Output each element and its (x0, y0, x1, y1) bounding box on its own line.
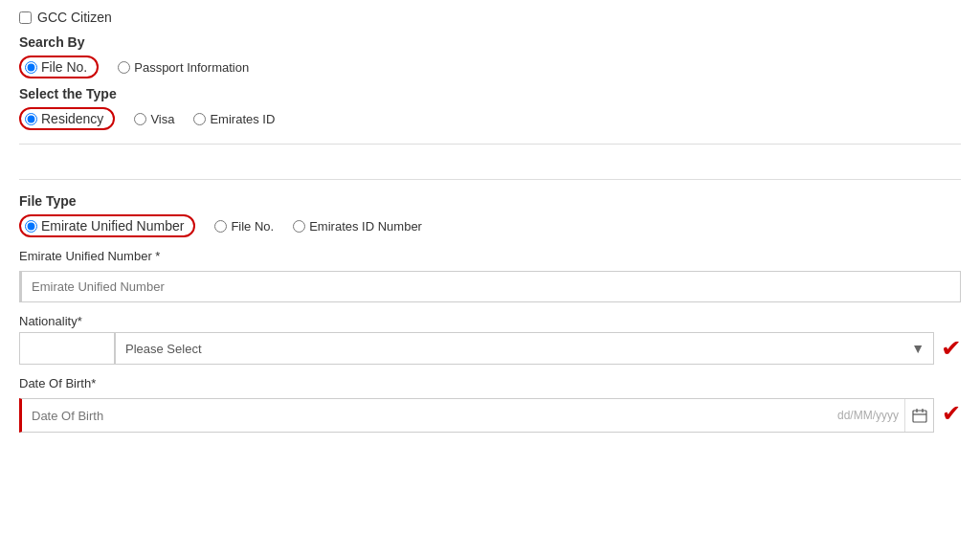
emirates-id-number-label[interactable]: Emirates ID Number (309, 219, 422, 234)
dob-format-label: dd/MM/yyyy (837, 409, 904, 422)
nationality-checkmark-icon: ✔ (941, 335, 962, 362)
emirates-id-radio[interactable] (193, 113, 206, 125)
visa-item: Visa (134, 112, 174, 126)
file-no-radio[interactable] (25, 61, 37, 74)
passport-info-label[interactable]: Passport Information (134, 60, 249, 75)
type-radio-group: Residency Visa Emirates ID (19, 107, 961, 130)
passport-info-radio[interactable] (118, 61, 130, 74)
emirate-unified-field-label: Emirate Unified Number * (19, 249, 961, 263)
file-no-ft-item: File No. (214, 219, 274, 234)
file-no-label[interactable]: File No. (41, 59, 87, 75)
divider-bottom (19, 179, 961, 180)
emirate-unified-input[interactable] (19, 271, 961, 302)
file-type-section: File Type Emirate Unified Number File No… (19, 193, 961, 433)
residency-annotated: Residency (19, 107, 115, 130)
nationality-code-input[interactable] (19, 332, 115, 365)
emirates-id-number-radio[interactable] (293, 220, 305, 233)
nationality-field-label: Nationality* (19, 314, 961, 328)
nationality-select[interactable]: Please Select (115, 332, 934, 365)
emirate-unified-radio[interactable] (25, 220, 37, 233)
emirates-id-number-item: Emirates ID Number (293, 219, 422, 234)
spacer (19, 158, 961, 166)
svg-rect-0 (913, 411, 926, 422)
file-type-label: File Type (19, 193, 961, 209)
emirate-unified-label[interactable]: Emirate Unified Number (41, 218, 184, 234)
nationality-select-wrap: Please Select ▼ (115, 332, 934, 365)
divider-top (19, 144, 961, 145)
select-type-section: Select the Type Residency Visa Emirates … (19, 86, 961, 130)
visa-radio[interactable] (134, 113, 146, 125)
dob-row-wrapper: dd/MM/yyyy ✔ (19, 394, 961, 433)
search-by-section: Search By File No. Passport Information (19, 34, 961, 78)
dob-field-label: Date Of Birth* (19, 376, 961, 390)
passport-info-item: Passport Information (118, 60, 249, 75)
gcc-citizen-checkbox[interactable] (19, 11, 32, 24)
search-by-label: Search By (19, 34, 961, 50)
dob-input[interactable] (22, 401, 837, 431)
nationality-row: Please Select ▼ ✔ (19, 332, 961, 365)
visa-label[interactable]: Visa (150, 112, 174, 126)
calendar-icon[interactable] (904, 399, 933, 432)
residency-radio[interactable] (25, 113, 37, 125)
file-no-annotated: File No. (19, 56, 99, 78)
file-no-ft-radio[interactable] (214, 220, 227, 233)
gcc-citizen-row: GCC Citizen (19, 10, 961, 25)
dob-row: dd/MM/yyyy (19, 398, 934, 433)
page-container: GCC Citizen Search By File No. Passport … (0, 0, 980, 557)
emirates-id-label[interactable]: Emirates ID (210, 112, 275, 126)
file-type-radio-group: Emirate Unified Number File No. Emirates… (19, 214, 961, 237)
emirate-unified-annotated: Emirate Unified Number (19, 214, 195, 237)
gcc-citizen-label[interactable]: GCC Citizen (37, 10, 112, 25)
emirates-id-item: Emirates ID (193, 112, 275, 126)
select-type-label: Select the Type (19, 86, 961, 101)
dob-checkmark-icon: ✔ (942, 400, 961, 427)
residency-label[interactable]: Residency (41, 111, 103, 126)
search-by-radio-group: File No. Passport Information (19, 56, 961, 78)
file-no-ft-label[interactable]: File No. (231, 219, 274, 234)
